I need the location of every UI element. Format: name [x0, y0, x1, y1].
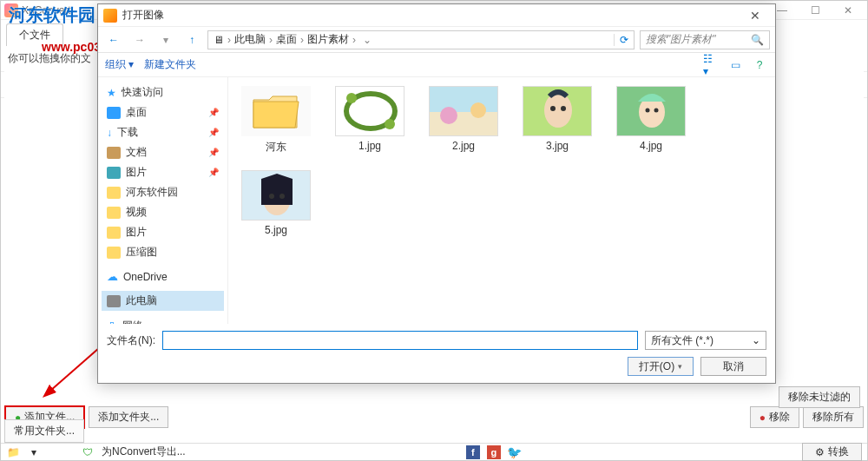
- sidebar-compressed[interactable]: 压缩图: [102, 242, 224, 262]
- minus-icon: ●: [760, 412, 766, 424]
- folder-icon: [250, 89, 302, 133]
- svg-point-7: [440, 107, 457, 124]
- breadcrumb[interactable]: 🖥 › 此电脑 › 桌面 › 图片素材 › ⌄ ⟳: [207, 30, 635, 49]
- svg-point-10: [544, 93, 572, 128]
- search-icon: 🔍: [751, 34, 764, 46]
- organize-bar: 组织 ▾ 新建文件夹 ☷ ▾ ▭ ?: [98, 53, 775, 77]
- file-item[interactable]: 3.jpg: [518, 86, 596, 155]
- organize-menu[interactable]: 组织 ▾: [105, 57, 134, 72]
- convert-button[interactable]: ⚙ 转换: [802, 443, 862, 461]
- pin-icon: 📌: [208, 128, 219, 137]
- star-icon: [107, 87, 116, 99]
- filename-input[interactable]: [162, 331, 638, 350]
- nav-recent-icon[interactable]: ▾: [155, 30, 176, 49]
- dialog-icon: [103, 9, 117, 23]
- svg-point-12: [561, 106, 566, 111]
- dialog-nav-toolbar: ← → ▾ ↑ 🖥 › 此电脑 › 桌面 › 图片素材 › ⌄ ⟳ 搜索"图片素…: [98, 27, 775, 53]
- pc-icon: [107, 295, 121, 307]
- sidebar-desktop[interactable]: 桌面📌: [102, 102, 224, 122]
- file-type-filter[interactable]: 所有文件 (*.*)⌄: [645, 331, 766, 350]
- pin-icon: 📌: [208, 108, 219, 117]
- dialog-titlebar: 打开图像 ✕: [98, 4, 775, 27]
- close-button[interactable]: ✕: [832, 3, 864, 18]
- svg-rect-6: [430, 112, 497, 136]
- search-input[interactable]: 搜索"图片素材" 🔍: [640, 30, 770, 49]
- nav-up-icon[interactable]: ↑: [181, 30, 202, 49]
- sidebar-this-pc[interactable]: 此电脑: [102, 291, 224, 311]
- onedrive-icon: [107, 270, 118, 283]
- folder-icon[interactable]: 📁: [6, 445, 20, 459]
- file-item[interactable]: 2.jpg: [424, 86, 503, 155]
- svg-point-15: [646, 109, 650, 113]
- status-bar: 📁 ▾ 🛡 为NConvert导出... f g 🐦 ⚙ 转换: [1, 443, 867, 460]
- split-dropdown-icon[interactable]: ▾: [678, 362, 682, 371]
- file-item-folder[interactable]: 河东: [237, 86, 315, 155]
- export-nconvert[interactable]: 为NConvert导出...: [102, 445, 186, 459]
- nav-back-icon[interactable]: ←: [103, 30, 124, 49]
- cancel-button[interactable]: 取消: [700, 357, 766, 376]
- folder-icon: [107, 247, 121, 259]
- gear-icon: ⚙: [815, 446, 825, 458]
- add-folder-button[interactable]: 添加文件夹...: [89, 406, 168, 428]
- remove-filtered-button[interactable]: 移除未过滤的: [779, 386, 860, 408]
- remove-all-button[interactable]: 移除所有: [803, 406, 864, 428]
- pictures-icon: [107, 167, 121, 179]
- folder-icon: [107, 227, 121, 239]
- file-item[interactable]: 5.jpg: [237, 170, 315, 236]
- dialog-sidebar: 快速访问 桌面📌 下载📌 文档📌 图片📌 河东软件园 视频 图片 压缩图 One…: [98, 77, 228, 324]
- document-icon: [107, 147, 121, 159]
- shield-icon: 🛡: [81, 445, 95, 459]
- svg-point-20: [279, 194, 285, 199]
- common-folders-button[interactable]: 常用文件夹...: [4, 419, 84, 443]
- svg-point-8: [470, 102, 486, 118]
- breadcrumb-dropdown-icon[interactable]: ⌄: [359, 34, 375, 46]
- svg-point-19: [269, 194, 274, 199]
- open-image-dialog: 打开图像 ✕ ← → ▾ ↑ 🖥 › 此电脑 › 桌面 › 图片素材 › ⌄ ⟳…: [97, 3, 776, 384]
- chevron-down-icon: ⌄: [752, 334, 760, 346]
- app-icon: [4, 3, 18, 17]
- video-icon: [107, 207, 121, 219]
- sidebar-pics[interactable]: 图片: [102, 222, 224, 242]
- dialog-close-button[interactable]: ✕: [740, 7, 770, 24]
- desktop-icon: [107, 107, 121, 119]
- pin-icon: 📌: [208, 168, 219, 177]
- nav-forward-icon[interactable]: →: [129, 30, 150, 49]
- tab-input[interactable]: 个文件: [6, 23, 63, 46]
- facebook-icon[interactable]: f: [466, 445, 480, 459]
- view-options-icon[interactable]: ☷ ▾: [702, 57, 720, 73]
- sidebar-downloads[interactable]: 下载📌: [102, 122, 224, 142]
- sidebar-quick-access[interactable]: 快速访问: [102, 82, 224, 102]
- dialog-title: 打开图像: [122, 8, 740, 23]
- svg-point-4: [385, 119, 395, 129]
- remove-button[interactable]: ● 移除: [750, 406, 799, 428]
- sidebar-video[interactable]: 视频: [102, 202, 224, 222]
- pc-icon: 🖥: [214, 34, 224, 46]
- sidebar-pictures[interactable]: 图片📌: [102, 162, 224, 182]
- filename-label: 文件名(N):: [107, 333, 155, 348]
- sidebar-documents[interactable]: 文档📌: [102, 142, 224, 162]
- download-icon: [107, 127, 112, 139]
- sidebar-onedrive[interactable]: OneDrive: [102, 267, 224, 286]
- googleplus-icon[interactable]: g: [487, 445, 501, 459]
- refresh-icon[interactable]: ⟳: [614, 34, 628, 46]
- folder-icon: [107, 187, 121, 199]
- twitter-icon[interactable]: 🐦: [508, 445, 522, 459]
- sidebar-hdsoft[interactable]: 河东软件园: [102, 182, 224, 202]
- file-item[interactable]: 4.jpg: [612, 86, 690, 155]
- svg-point-11: [550, 106, 556, 111]
- preview-pane-icon[interactable]: ▭: [727, 57, 744, 73]
- sidebar-network[interactable]: 网络: [102, 316, 224, 324]
- dropdown-icon[interactable]: ▾: [27, 445, 41, 459]
- help-icon[interactable]: ?: [751, 57, 768, 73]
- svg-point-3: [346, 93, 357, 103]
- maximize-button[interactable]: ☐: [799, 3, 831, 18]
- file-item[interactable]: 1.jpg: [331, 86, 409, 155]
- file-view[interactable]: 河东 1.jpg 2.jpg 3.jpg 4.jpg 5.jpg: [228, 77, 775, 324]
- new-folder-button[interactable]: 新建文件夹: [144, 57, 196, 72]
- svg-point-16: [654, 109, 659, 113]
- open-button[interactable]: 打开(O)▾: [628, 357, 694, 376]
- pin-icon: 📌: [208, 148, 219, 157]
